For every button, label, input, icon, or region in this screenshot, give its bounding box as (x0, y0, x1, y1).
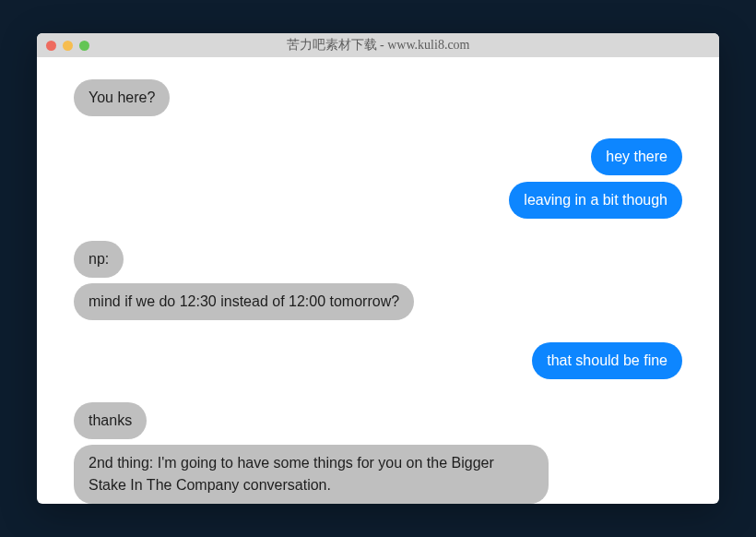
message-sent[interactable]: hey there (591, 138, 682, 175)
message-row: np: (74, 241, 682, 278)
window-titlebar: 苦力吧素材下载 - www.kuli8.com (37, 33, 719, 57)
chat-area: You here? hey there leaving in a bit tho… (37, 57, 719, 504)
message-row: hey there (74, 138, 682, 175)
message-received[interactable]: You here? (74, 79, 170, 116)
minimize-icon[interactable] (63, 41, 73, 51)
message-row: that should be fine (74, 342, 682, 379)
traffic-lights (37, 41, 89, 51)
message-sent[interactable]: leaving in a bit though (509, 182, 682, 219)
message-sent[interactable]: that should be fine (532, 342, 682, 379)
window-title: 苦力吧素材下载 - www.kuli8.com (37, 37, 719, 54)
message-row: leaving in a bit though (74, 182, 682, 219)
maximize-icon[interactable] (79, 41, 89, 51)
close-icon[interactable] (46, 41, 56, 51)
message-received[interactable]: thanks (74, 402, 147, 439)
message-row: mind if we do 12:30 instead of 12:00 tom… (74, 283, 682, 320)
message-row: 2nd thing: I'm going to have some things… (74, 445, 682, 504)
message-row: thanks (74, 402, 682, 439)
message-row: You here? (74, 79, 682, 116)
message-received[interactable]: mind if we do 12:30 instead of 12:00 tom… (74, 283, 414, 320)
message-received[interactable]: 2nd thing: I'm going to have some things… (74, 445, 549, 504)
chat-window: 苦力吧素材下载 - www.kuli8.com You here? hey th… (37, 33, 719, 504)
message-received[interactable]: np: (74, 241, 124, 278)
